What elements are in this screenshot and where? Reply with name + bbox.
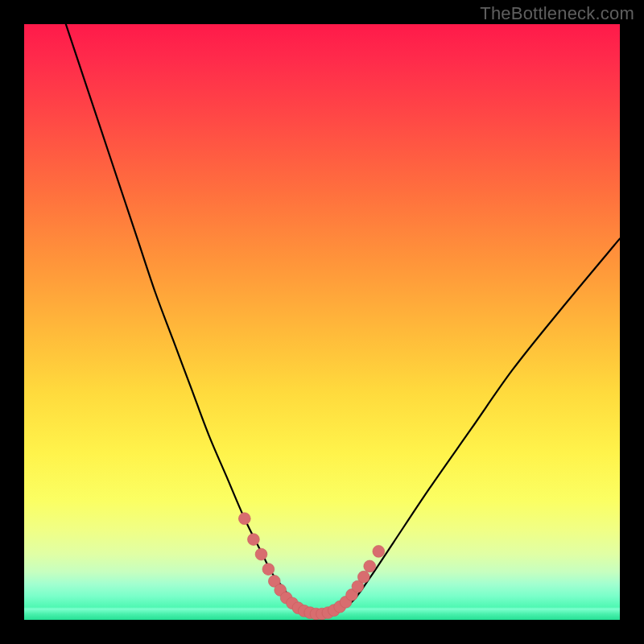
curve-marker xyxy=(373,546,385,558)
bottleneck-curve xyxy=(66,24,620,614)
chart-frame: TheBottleneck.com xyxy=(0,0,644,644)
watermark-text: TheBottleneck.com xyxy=(480,3,634,24)
curve-marker xyxy=(262,564,275,576)
curve-marker xyxy=(238,513,250,525)
curve-marker xyxy=(357,571,369,583)
curve-marker xyxy=(364,560,376,572)
curve-marker xyxy=(248,534,260,546)
curve-layer xyxy=(24,24,620,620)
curve-markers xyxy=(238,513,384,620)
plot-area xyxy=(24,24,620,620)
curve-marker xyxy=(255,548,267,560)
